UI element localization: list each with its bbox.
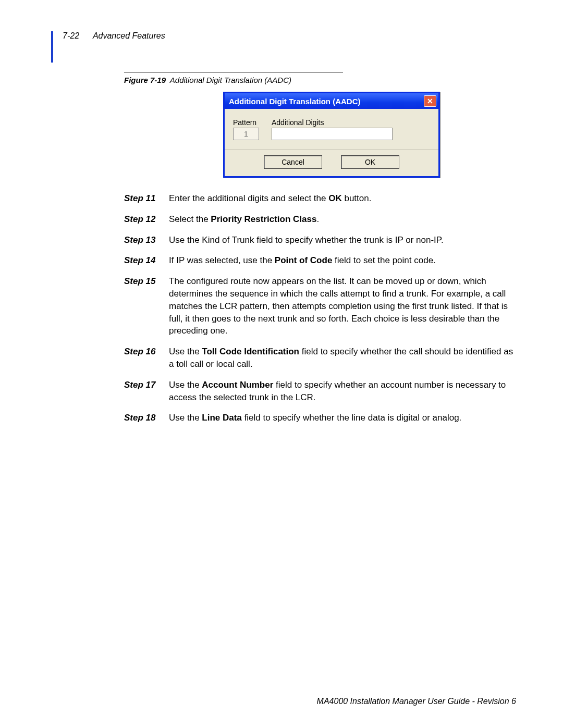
step-label: Step 17 [124, 379, 169, 404]
pattern-field: 1 [233, 128, 259, 140]
step-label: Step 12 [124, 213, 169, 226]
ok-button[interactable]: OK [341, 155, 399, 169]
aadc-dialog: Additional Digit Translation (AADC) ✕ Pa… [223, 92, 440, 178]
page-header: 7-22 Advanced Features [63, 31, 516, 41]
figure-caption: Figure 7-19 Additional Digit Translation… [124, 76, 516, 84]
close-icon[interactable]: ✕ [424, 95, 436, 107]
additional-digits-label: Additional Digits [272, 118, 393, 127]
step-label: Step 16 [124, 346, 169, 371]
step-body: The configured route now appears on the … [169, 275, 516, 337]
step-body: Use the Kind of Trunk field to specify w… [169, 234, 516, 246]
step-body: Use the Line Data field to specify wheth… [169, 412, 516, 424]
figure-rule [124, 72, 343, 72]
step-label: Step 14 [124, 254, 169, 267]
step-body: If IP was selected, use the Point of Cod… [169, 254, 516, 267]
step-list: Step 11 Enter the additional digits and … [124, 192, 516, 424]
step-body: Use the Account Number field to specify … [169, 379, 516, 404]
cancel-button[interactable]: Cancel [264, 155, 322, 169]
step-label: Step 13 [124, 234, 169, 246]
dialog-title: Additional Digit Translation (AADC) [229, 97, 361, 106]
section-title: Advanced Features [93, 31, 165, 40]
step-body: Select the Priority Restriction Class. [169, 213, 516, 226]
step-label: Step 15 [124, 275, 169, 337]
footer: MA4000 Installation Manager User Guide -… [317, 697, 516, 706]
step-body: Enter the additional digits and select t… [169, 192, 516, 205]
pattern-label: Pattern [233, 118, 259, 127]
page-number: 7-22 [63, 31, 79, 40]
step-body: Use the Toll Code Identification field t… [169, 346, 516, 371]
additional-digits-input[interactable] [272, 128, 393, 140]
step-label: Step 18 [124, 412, 169, 424]
step-label: Step 11 [124, 192, 169, 205]
